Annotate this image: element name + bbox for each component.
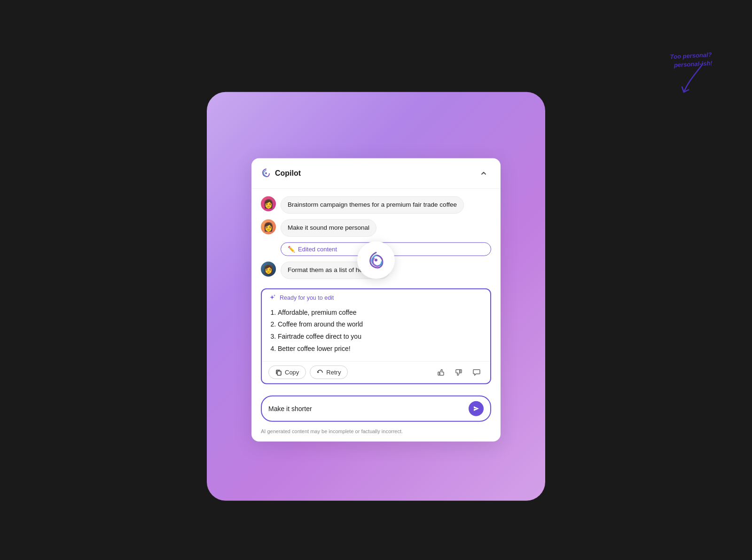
input-wrapper (261, 396, 491, 422)
panel-title: Copilot (275, 169, 301, 178)
sparkle-icon (268, 294, 276, 301)
comment-icon (473, 369, 480, 376)
svg-point-1 (375, 259, 377, 262)
response-header: Ready for you to edit (262, 289, 490, 305)
retry-label: Retry (326, 369, 341, 376)
input-area (251, 390, 501, 426)
svg-rect-5 (438, 372, 439, 375)
avatar-user2 (261, 219, 276, 234)
send-button[interactable] (469, 401, 484, 416)
avatar-user3 (261, 262, 276, 277)
copilot-logo-circle (357, 241, 395, 279)
disclaimer-text: AI generated content may be incomplete o… (261, 428, 403, 434)
message-row: Brainstorm campaign themes for a premium… (261, 196, 491, 214)
copy-label: Copy (285, 369, 299, 376)
svg-point-2 (265, 172, 267, 174)
annotation: Too personal?personal-ish! (670, 52, 712, 69)
panel-header-left: Copilot (261, 168, 301, 179)
copy-button[interactable]: Copy (268, 366, 306, 379)
list-item: Coffee from around the world (278, 319, 484, 330)
disclaimer: AI generated content may be incomplete o… (251, 426, 501, 442)
copy-icon (275, 369, 282, 376)
thumbs-up-button[interactable] (434, 366, 448, 380)
response-content: Affordable, premium coffee Coffee from a… (262, 305, 490, 361)
response-status: Ready for you to edit (280, 294, 334, 301)
message-row: Make it sound more personal (261, 219, 491, 237)
action-buttons-left: Copy Retry (268, 366, 348, 379)
action-buttons-right (434, 366, 484, 380)
pencil-icon: ✏️ (288, 246, 295, 253)
send-icon (473, 405, 479, 412)
thumbs-down-icon (455, 369, 462, 376)
panel-header: Copilot (251, 158, 501, 189)
list-item: Affordable, premium coffee (278, 307, 484, 318)
copilot-logo-icon (365, 249, 387, 272)
svg-point-3 (274, 295, 275, 296)
retry-button[interactable]: Retry (310, 366, 348, 379)
retry-icon (317, 369, 323, 376)
copilot-header-icon (261, 168, 271, 179)
svg-rect-4 (277, 371, 281, 375)
avatar-user1 (261, 196, 276, 211)
comment-button[interactable] (470, 366, 484, 380)
response-actions: Copy Retry (262, 361, 490, 383)
edited-content-label: Edited content (298, 246, 337, 253)
scene: Too personal?personal-ish! (0, 0, 752, 560)
message-bubble-2: Make it sound more personal (281, 219, 376, 237)
svg-rect-6 (460, 370, 462, 373)
main-panel: Copilot Brainstorm campaign themes for a… (251, 158, 501, 442)
annotation-arrow (679, 62, 707, 94)
thumbs-up-icon (437, 369, 445, 376)
message-input[interactable] (268, 405, 465, 412)
response-box: Ready for you to edit Affordable, premiu… (261, 288, 491, 384)
message-bubble-1: Brainstorm campaign themes for a premium… (281, 196, 464, 214)
list-item: Fairtrade coffee direct to you (278, 331, 484, 342)
collapse-button[interactable] (476, 166, 491, 181)
thumbs-down-button[interactable] (452, 366, 466, 380)
list-item: Better coffee lower price! (278, 343, 484, 355)
